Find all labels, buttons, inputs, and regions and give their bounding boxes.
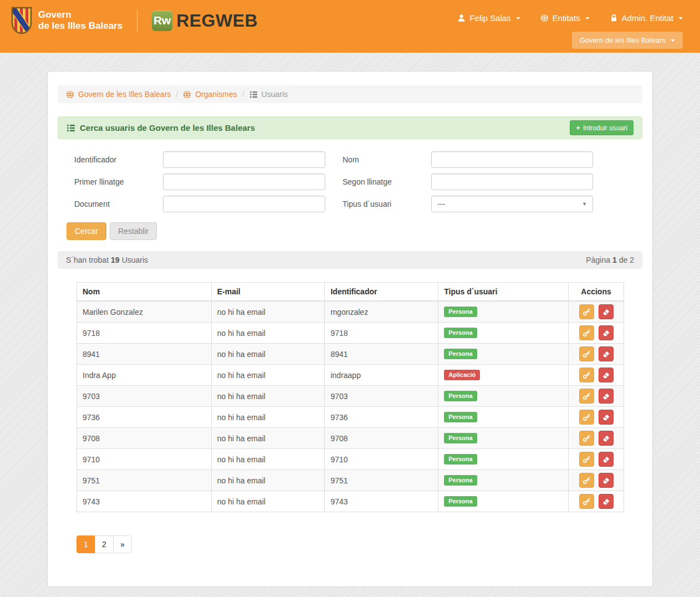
cell-email: no hi ha email: [211, 301, 325, 323]
user-type-badge: Persona: [444, 391, 477, 401]
cell-email: no hi ha email: [211, 407, 325, 428]
segon-llinatge-input[interactable]: [431, 174, 593, 190]
cell-identificador: 9718: [325, 323, 438, 344]
panel-title: Cerca usuaris de Govern de les Illes Bal…: [67, 123, 255, 132]
search-panel-heading: Cerca usuaris de Govern de les Illes Bal…: [58, 116, 642, 139]
globe-icon: [540, 14, 549, 22]
column-header: Nom: [77, 283, 212, 302]
cell-accions: [569, 323, 624, 344]
eraser-action-button[interactable]: [599, 325, 614, 340]
users-table: NomE-mailIdentificadorTipus d´usuariAcci…: [76, 282, 624, 512]
eraser-action-button[interactable]: [599, 452, 614, 467]
column-header: E-mail: [211, 283, 325, 302]
eraser-action-button[interactable]: [599, 473, 614, 488]
breadcrumb-organismes-link[interactable]: Organismes: [183, 90, 237, 99]
reset-button[interactable]: Restablir: [110, 222, 157, 240]
cell-email: no hi ha email: [211, 365, 325, 386]
eraser-action-button[interactable]: [599, 494, 614, 509]
users-table-body: Marilen Gonzalezno hi ha emailmgonzalezP…: [77, 301, 624, 512]
cell-identificador: 8941: [325, 344, 438, 365]
key-icon: [583, 497, 591, 506]
header-divider: [137, 9, 137, 32]
breadcrumb-separator: /: [242, 90, 244, 99]
user-type-badge: Aplicació: [444, 370, 480, 380]
nom-label: Nom: [343, 155, 431, 164]
eraser-action-button[interactable]: [599, 346, 614, 361]
app-footer: REGWEB © | Registre d´entrada i sortida …: [0, 587, 700, 597]
cell-email: no hi ha email: [211, 449, 325, 470]
pagination-page-1[interactable]: 1: [76, 535, 95, 553]
key-action-button[interactable]: [579, 368, 594, 382]
primer-llinatge-label: Primer llinatge: [74, 177, 163, 186]
chevron-down-icon: [678, 17, 683, 19]
cell-email: no hi ha email: [211, 470, 325, 491]
nav-entitats-menu[interactable]: Entitats: [540, 13, 590, 23]
pagination-next-button[interactable]: »: [113, 535, 132, 553]
key-action-button[interactable]: [579, 346, 594, 361]
nom-input[interactable]: [431, 151, 593, 168]
table-row: 9703no hi ha email9703Persona: [77, 386, 624, 407]
key-icon: [583, 308, 591, 316]
eraser-icon: [602, 413, 610, 421]
entity-selector-button[interactable]: Govern de les Illes Balears: [572, 32, 683, 49]
cell-accions: [569, 491, 624, 512]
key-action-button[interactable]: [579, 431, 594, 446]
cell-tipus-usuari: Persona: [438, 407, 569, 428]
key-action-button[interactable]: [579, 494, 594, 509]
key-action-button[interactable]: [579, 389, 594, 404]
key-action-button[interactable]: [579, 452, 594, 467]
eraser-action-button[interactable]: [599, 431, 614, 446]
eraser-icon: [602, 308, 610, 316]
eraser-icon: [602, 497, 610, 506]
nav-user-menu[interactable]: Felip Salas: [457, 13, 520, 23]
select-caret-icon: ▼: [582, 201, 587, 207]
cell-identificador: mgonzalez: [325, 301, 438, 323]
identificador-input[interactable]: [163, 151, 325, 168]
eraser-icon: [602, 350, 610, 358]
cell-identificador: 9743: [325, 491, 438, 512]
eraser-action-button[interactable]: [599, 389, 614, 404]
tipus-usuari-select[interactable]: ---▼: [431, 196, 593, 212]
eraser-action-button[interactable]: [599, 304, 614, 319]
cell-nom: 9710: [77, 449, 212, 470]
user-icon: [457, 14, 466, 22]
entity-selector-label: Govern de les Illes Balears: [580, 36, 666, 44]
cell-accions: [569, 428, 624, 449]
key-action-button[interactable]: [579, 325, 594, 340]
key-action-button[interactable]: [579, 410, 594, 425]
breadcrumb-organismes-label: Organismes: [195, 90, 237, 99]
key-action-button[interactable]: [579, 473, 594, 488]
page-indicator: Pàgina 1 de 2: [586, 256, 634, 264]
table-row: Marilen Gonzalezno hi ha emailmgonzalezP…: [77, 301, 624, 323]
form-field-segon-llinatge: Segon llinatge: [343, 174, 593, 190]
globe-icon: [183, 90, 191, 99]
chevron-down-icon: [516, 17, 520, 19]
cell-email: no hi ha email: [211, 428, 325, 449]
cell-tipus-usuari: Persona: [438, 301, 569, 323]
key-icon: [583, 413, 591, 421]
add-user-button-label: Introduir usuari: [583, 124, 627, 132]
results-summary: S´han trobat 19 Usuaris: [66, 256, 148, 264]
nav-admin-entitat-menu[interactable]: Admin. Entitat: [610, 13, 683, 23]
search-button[interactable]: Cercar: [67, 222, 106, 240]
pagination-page-2[interactable]: 2: [95, 535, 114, 553]
key-icon: [583, 350, 591, 358]
key-action-button[interactable]: [579, 304, 594, 319]
table-row: 8941no hi ha email8941Persona: [77, 344, 624, 365]
eraser-action-button[interactable]: [599, 368, 614, 382]
cell-nom: 9703: [77, 386, 212, 407]
key-icon: [583, 476, 591, 484]
eraser-action-button[interactable]: [599, 410, 614, 425]
primer-llinatge-input[interactable]: [163, 174, 325, 190]
nav-user-label: Felip Salas: [469, 13, 510, 23]
add-user-button[interactable]: Introduir usuari: [570, 120, 633, 135]
document-input[interactable]: [163, 196, 325, 212]
panel-title-text: Cerca usuaris de Govern de les Illes Bal…: [80, 123, 255, 132]
chevron-down-icon: [585, 17, 590, 19]
cell-accions: [569, 301, 624, 323]
cell-tipus-usuari: Aplicació: [438, 365, 569, 386]
user-type-badge: Persona: [444, 349, 477, 359]
regweb-app-name: REGWEB: [176, 11, 258, 31]
breadcrumb-govern-link[interactable]: Govern de les Illes Balears: [66, 90, 171, 99]
cell-accions: [569, 407, 624, 428]
